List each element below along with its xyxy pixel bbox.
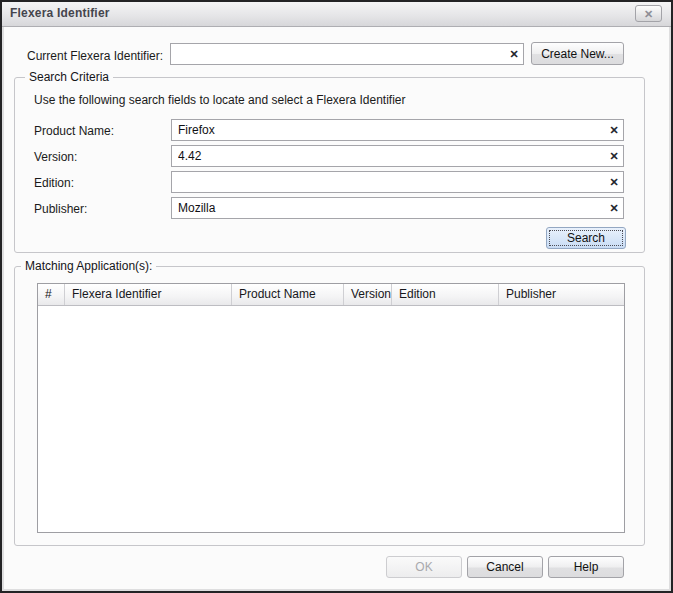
version-input[interactable] [172,146,605,166]
publisher-label: Publisher: [34,199,87,219]
clear-icon[interactable]: ✕ [605,202,623,215]
close-icon: ✕ [644,8,653,20]
create-new-button[interactable]: Create New... [531,42,624,65]
publisher-input[interactable] [172,198,605,218]
search-criteria-group: Search Criteria Use the following search… [14,77,645,253]
cancel-button[interactable]: Cancel [467,556,543,578]
edition-label: Edition: [34,173,74,193]
current-identifier-field: ✕ [170,43,524,65]
clear-icon[interactable]: ✕ [605,176,623,189]
ok-button: OK [386,556,462,578]
product-name-input[interactable] [172,120,605,140]
product-name-field: ✕ [171,119,624,141]
edition-field: ✕ [171,171,624,193]
clear-icon[interactable]: ✕ [505,48,523,61]
window-title: Flexera Identifier [10,6,110,20]
matching-applications-table: # Flexera Identifier Product Name Versio… [37,283,625,533]
edition-input[interactable] [172,172,605,192]
table-body[interactable] [38,306,624,532]
clear-icon[interactable]: ✕ [605,150,623,163]
publisher-field: ✕ [171,197,624,219]
clear-icon[interactable]: ✕ [605,124,623,137]
column-header-number[interactable]: # [38,284,65,305]
search-instruction: Use the following search fields to locat… [34,90,406,110]
matching-applications-group: Matching Application(s): # Flexera Ident… [14,266,645,546]
matching-applications-legend: Matching Application(s): [21,258,156,274]
titlebar: Flexera Identifier [2,2,671,27]
search-button[interactable]: Search [546,227,626,249]
version-field: ✕ [171,145,624,167]
column-header-edition[interactable]: Edition [392,284,499,305]
product-name-label: Product Name: [34,121,114,141]
close-button[interactable]: ✕ [635,5,662,22]
column-header-publisher[interactable]: Publisher [499,284,624,305]
current-identifier-input[interactable] [171,44,505,64]
flexera-identifier-dialog: Flexera Identifier ✕ Current Flexera Ide… [0,0,673,593]
column-header-flexera-identifier[interactable]: Flexera Identifier [65,284,232,305]
search-criteria-legend: Search Criteria [25,69,113,85]
column-header-product-name[interactable]: Product Name [232,284,344,305]
table-header: # Flexera Identifier Product Name Versio… [38,284,624,306]
current-identifier-label: Current Flexera Identifier: [27,46,163,66]
help-button[interactable]: Help [548,556,624,578]
version-label: Version: [34,147,77,167]
column-header-version[interactable]: Version [344,284,392,305]
